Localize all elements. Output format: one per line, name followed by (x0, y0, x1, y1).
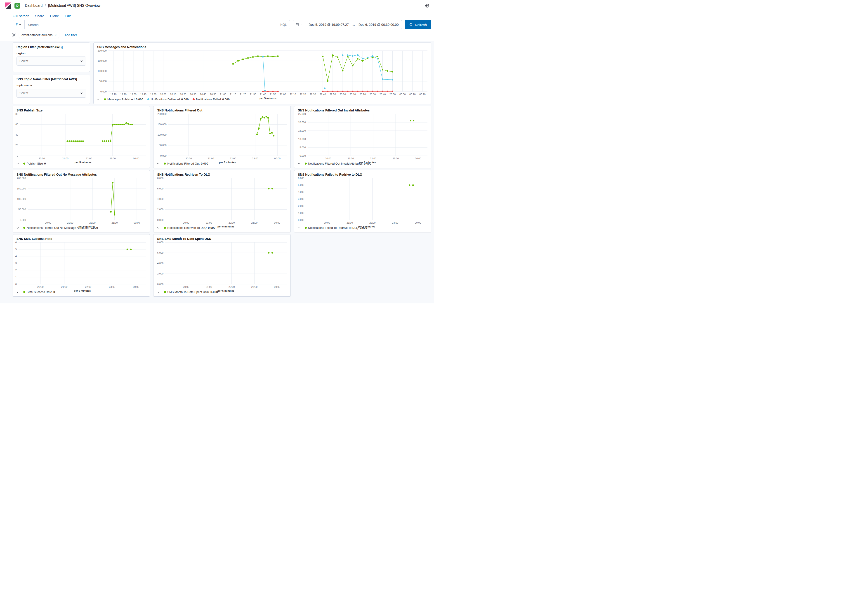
chart-canvas[interactable]: 20:0021:0022:0023:0000:000.0002.0004.000… (153, 240, 290, 293)
legend-item[interactable]: SMS Month To Date Spent USD0.000 (164, 290, 218, 294)
legend-collapse-icon[interactable] (16, 290, 19, 294)
sns-messages-chart: 19:1019:2019:3019:4019:5020:0020:1020:20… (94, 49, 431, 97)
legend-collapse-icon[interactable] (16, 226, 19, 230)
legend-item[interactable]: Notifications Failed0.000 (192, 98, 229, 101)
legend-collapse-icon[interactable] (298, 226, 301, 230)
legend-item[interactable]: Notifications Filtered Out0.000 (164, 162, 208, 165)
legend-series-dot (23, 227, 25, 229)
svg-text:20:00: 20:00 (183, 285, 189, 288)
space-avatar[interactable]: D (14, 3, 20, 9)
legend-series-dot (305, 227, 307, 229)
chart-canvas[interactable]: 20:0021:0022:0023:0000:000.0005.00010.00… (294, 112, 431, 164)
legend-collapse-icon[interactable] (16, 162, 19, 165)
sms-month-spent-chart: 20:0021:0022:0023:0000:000.0002.0004.000… (153, 240, 290, 289)
filter-remove-icon[interactable]: × (54, 33, 56, 37)
edit-link[interactable]: Edit (65, 14, 71, 18)
legend-item[interactable]: Notifications Redriven To DLQ0.000 (164, 226, 215, 230)
share-link[interactable]: Share (35, 14, 44, 18)
svg-text:20:00: 20:00 (325, 157, 332, 160)
chart-canvas[interactable]: 20:0021:0022:0023:0000:000.0001.0002.000… (294, 176, 431, 228)
region-field-label: region (17, 51, 86, 55)
svg-text:2.000: 2.000 (298, 205, 304, 207)
help-icon[interactable] (425, 3, 429, 8)
legend-item[interactable]: Notifications Delivered0.000 (147, 98, 189, 101)
date-range-start[interactable]: Dec 5, 2019 @ 19:09:07.27 (305, 23, 352, 26)
legend-item[interactable]: Notifications Failed To Redrive To DLQ0.… (305, 226, 367, 230)
breadcrumb-dashboard[interactable]: Dashboard (25, 4, 42, 8)
legend-collapse-icon[interactable] (157, 290, 160, 294)
svg-text:21:10: 21:10 (230, 93, 236, 96)
panel-title: SNS SMS Month To Date Spent USD (153, 234, 290, 240)
svg-text:5: 5 (16, 248, 17, 250)
svg-text:22:00: 22:00 (86, 157, 92, 160)
calendar-button[interactable] (293, 20, 305, 29)
saved-query-button[interactable]: # (12, 20, 25, 29)
legend-collapse-icon[interactable] (298, 162, 301, 165)
svg-text:0: 0 (16, 283, 17, 285)
svg-text:21:00: 21:00 (61, 285, 68, 288)
svg-text:23:00: 23:00 (252, 157, 259, 160)
svg-text:1.000: 1.000 (298, 212, 304, 214)
panel-publish-size: SNS Publish Size 20:0021:0022:0023:0000:… (12, 106, 150, 168)
chart-canvas[interactable]: 19:1019:2019:3019:4019:5020:0020:1020:20… (94, 49, 431, 100)
legend-item[interactable]: Notifications Filtered Out Invalid Attri… (305, 162, 371, 165)
filter-pill-label: event.dataset: aws.sns (22, 33, 53, 37)
svg-text:200.000: 200.000 (158, 113, 167, 115)
legend-collapse-icon[interactable] (97, 98, 100, 101)
date-range-end[interactable]: Dec 6, 2019 @ 00:30:00.00 (355, 23, 402, 26)
clone-link[interactable]: Clone (50, 14, 59, 18)
legend-series-dot (147, 98, 149, 100)
filtered-out-invalid-chart: 20:0021:0022:0023:0000:000.0005.00010.00… (294, 112, 431, 161)
gear-icon (12, 33, 16, 37)
chart-legend: Notifications Filtered Out Invalid Attri… (294, 161, 431, 168)
chart-canvas[interactable]: 20:0021:0022:0023:0000:000.00050.000100.… (153, 112, 290, 164)
chart-canvas[interactable]: 20:0021:0022:0023:0000:000123456per 5 mi… (13, 240, 150, 293)
svg-text:6.000: 6.000 (298, 177, 304, 180)
topic-select[interactable]: Select... (17, 88, 86, 98)
svg-text:23:50: 23:50 (389, 93, 396, 96)
svg-text:00:10: 00:10 (409, 93, 416, 96)
filtered-out-no-attrs-chart: 20:0021:0022:0023:0000:000.00050.000100.… (13, 176, 150, 225)
svg-text:20:00: 20:00 (45, 221, 51, 224)
kql-label[interactable]: KQL (277, 23, 290, 26)
refresh-button[interactable]: Refresh (405, 20, 431, 29)
filter-options-button[interactable] (12, 33, 16, 37)
legend-collapse-icon[interactable] (157, 162, 160, 165)
svg-text:23:00: 23:00 (112, 221, 118, 224)
svg-text:20:00: 20:00 (186, 157, 192, 160)
region-select[interactable]: Select... (17, 56, 86, 65)
refresh-icon (409, 23, 413, 26)
chart-canvas[interactable]: 20:0021:0022:0023:0000:000.00050.000100.… (13, 176, 150, 228)
legend-item[interactable]: Notifications Filtered Out No Message At… (23, 226, 98, 230)
svg-text:3.000: 3.000 (298, 198, 304, 200)
svg-text:19:10: 19:10 (110, 93, 117, 96)
legend-series-dot (164, 163, 166, 164)
full-screen-link[interactable]: Full screen (12, 14, 29, 18)
kibana-logo[interactable] (5, 2, 11, 9)
add-filter-link[interactable]: + Add filter (62, 33, 77, 37)
svg-text:4.000: 4.000 (157, 198, 164, 200)
legend-value: 0.000 (222, 98, 229, 101)
svg-text:4: 4 (16, 255, 17, 258)
svg-text:60: 60 (16, 123, 18, 126)
svg-text:00:00: 00:00 (274, 221, 281, 224)
svg-text:21:00: 21:00 (208, 157, 214, 160)
filtered-out-chart: 20:0021:0022:0023:0000:000.00050.000100.… (153, 112, 290, 161)
hash-icon: # (16, 23, 18, 27)
search-input[interactable] (25, 23, 277, 27)
svg-text:22:00: 22:00 (369, 221, 376, 224)
legend-collapse-icon[interactable] (157, 226, 160, 230)
panel-title: SNS Notifications Filtered Out No Messag… (13, 170, 150, 176)
panel-title: SNS Notifications Redriven To DLQ (153, 170, 290, 176)
legend-value: 0.000 (91, 226, 98, 230)
filter-pill[interactable]: event.dataset: aws.sns × (19, 32, 59, 38)
svg-text:20: 20 (16, 144, 18, 146)
svg-text:00:00: 00:00 (274, 157, 281, 160)
legend-item[interactable]: SMS Success Rate0 (23, 290, 55, 294)
svg-text:20:30: 20:30 (190, 93, 197, 96)
chart-canvas[interactable]: 20:0021:0022:0023:0000:000.0002.0004.000… (153, 176, 290, 228)
legend-item[interactable]: Publish Size0 (23, 162, 46, 165)
chart-canvas[interactable]: 20:0021:0022:0023:0000:00020406080per 5 … (13, 112, 150, 164)
filter-bar: event.dataset: aws.sns × + Add filter (0, 29, 434, 41)
legend-item[interactable]: Messages Published0.000 (104, 98, 143, 101)
